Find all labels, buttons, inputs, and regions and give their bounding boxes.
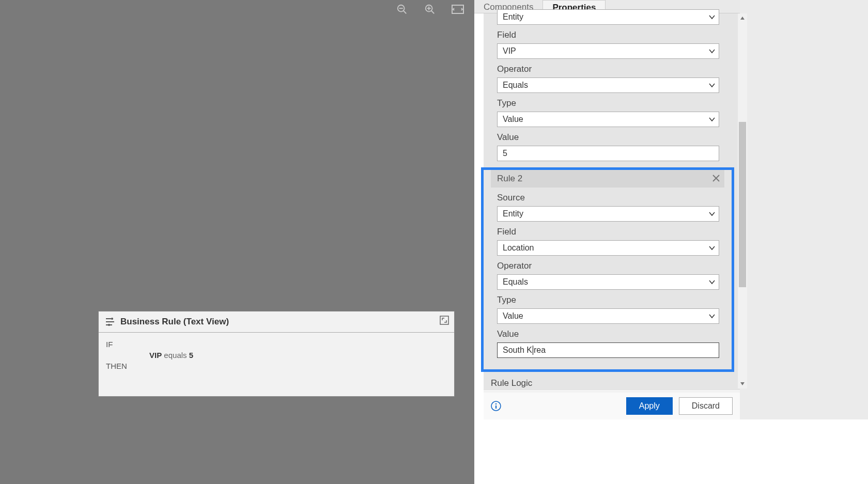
text-view-condition: VIP equals 5: [149, 351, 447, 360]
rule-2-title: Rule 2: [497, 174, 522, 184]
rule2-operator-label: Operator: [497, 261, 732, 271]
rule2-field-label: Field: [497, 227, 732, 237]
rule1-value-label: Value: [497, 132, 732, 143]
rule2-value-input[interactable]: South Krea: [497, 342, 719, 358]
rule1-field-value: VIP: [503, 46, 516, 56]
chevron-down-icon: [708, 209, 716, 218]
rule2-source-select[interactable]: Entity: [497, 206, 719, 222]
svg-point-19: [495, 403, 497, 404]
text-view-then: THEN: [106, 362, 447, 370]
rule2-type-value: Value: [503, 311, 523, 321]
rule1-operator-select[interactable]: Equals: [497, 77, 719, 93]
rule1-type-label: Type: [497, 98, 732, 108]
rule1-source-select[interactable]: Entity: [497, 9, 719, 25]
svg-point-11: [111, 318, 113, 320]
chevron-down-icon: [708, 12, 716, 22]
cond-field: VIP: [149, 351, 162, 360]
scroll-area: Entity Field VIP Operator Equals Type: [484, 8, 732, 407]
rule1-field-select[interactable]: VIP: [497, 43, 719, 59]
rule2-type-select[interactable]: Value: [497, 308, 719, 324]
canvas-area[interactable]: Business Rule (Text View) IF VIP equals …: [0, 0, 474, 484]
rule2-field-value: Location: [503, 243, 534, 253]
rule1-source-value: Entity: [503, 12, 523, 22]
rule2-source-value: Entity: [503, 209, 523, 218]
svg-marker-16: [740, 17, 745, 20]
rule-2-header: Rule 2: [491, 170, 724, 188]
cond-value: 5: [189, 351, 193, 360]
business-rule-icon: [105, 317, 115, 326]
panel-gutter: [740, 0, 868, 419]
properties-panel: Components Properties Entity Field VIP O…: [474, 0, 868, 484]
scrollbar-up-icon[interactable]: [738, 13, 747, 23]
fit-screen-icon[interactable]: [452, 3, 464, 15]
rule1-field-label: Field: [497, 30, 732, 40]
discard-button[interactable]: Discard: [679, 397, 733, 415]
apply-button[interactable]: Apply: [626, 397, 673, 415]
scrollbar[interactable]: [738, 13, 747, 388]
rule1-type-value: Value: [503, 115, 523, 124]
properties-content: Entity Field VIP Operator Equals Type: [484, 13, 740, 391]
rule2-source-label: Source: [497, 193, 732, 203]
rule-2-box: Rule 2 Source Entity Field Location: [481, 167, 734, 372]
zoom-out-icon[interactable]: [396, 3, 408, 15]
chevron-down-icon: [708, 46, 716, 56]
zoom-in-icon[interactable]: [424, 3, 436, 15]
svg-point-12: [108, 324, 110, 326]
chevron-down-icon: [708, 81, 716, 90]
info-icon[interactable]: [491, 401, 501, 411]
rule2-type-label: Type: [497, 295, 732, 305]
rule2-operator-value: Equals: [503, 277, 528, 287]
rule1-type-select[interactable]: Value: [497, 112, 719, 127]
rule2-value-label: Value: [497, 329, 732, 339]
rule-logic-label: Rule Logic: [491, 378, 732, 388]
chevron-down-icon: [708, 115, 716, 124]
chevron-down-icon: [708, 311, 716, 321]
scrollbar-thumb[interactable]: [739, 122, 746, 287]
rule2-operator-select[interactable]: Equals: [497, 274, 719, 290]
svg-line-1: [404, 11, 407, 14]
rule1-operator-value: Equals: [503, 81, 528, 90]
expand-icon[interactable]: [439, 315, 450, 326]
cond-operator: equals: [164, 351, 187, 360]
text-view-if: IF: [106, 340, 447, 349]
text-cursor: [533, 346, 533, 355]
svg-rect-13: [440, 316, 448, 324]
chevron-down-icon: [708, 277, 716, 287]
text-view-title: Business Rule (Text View): [120, 317, 229, 327]
text-view-panel: Business Rule (Text View) IF VIP equals …: [98, 311, 455, 397]
scrollbar-down-icon[interactable]: [738, 379, 747, 388]
text-view-body: IF VIP equals 5 THEN: [99, 333, 454, 396]
text-view-header: Business Rule (Text View): [99, 311, 454, 333]
rule1-operator-label: Operator: [497, 64, 732, 74]
chevron-down-icon: [708, 243, 716, 253]
svg-line-4: [431, 11, 435, 14]
rule2-field-select[interactable]: Location: [497, 240, 719, 256]
close-icon[interactable]: [712, 173, 720, 185]
properties-footer: Apply Discard: [484, 392, 740, 419]
svg-marker-17: [740, 382, 745, 385]
rule1-value-input[interactable]: 5: [497, 146, 719, 161]
canvas-toolbar: [396, 3, 464, 15]
